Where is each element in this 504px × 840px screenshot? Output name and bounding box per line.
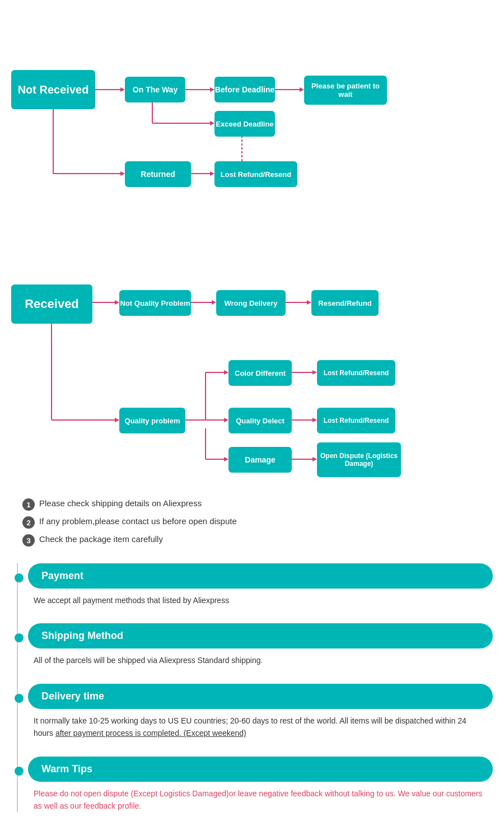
tip-num-2: 2 [22,516,35,529]
fc2-container: Received Not Quality Problem Wrong Deliv… [11,252,493,476]
node-patient: Please be patient to wait [304,76,387,105]
tip-item-2: 2 If any problem,please contact us befor… [22,516,493,529]
tip-text-3: Check the package item carefully [39,534,163,544]
svg-marker-3 [210,87,214,92]
tip-item-1: 1 Please check shipping details on Aliex… [22,498,493,511]
delivery-header: Delivery time [28,684,493,709]
tip-text-1: Please check shipping details on Aliexpr… [39,498,202,508]
svg-marker-27 [224,370,228,375]
node-received: Received [11,284,92,324]
tip-num-1: 1 [22,498,35,511]
payment-header: Payment [28,563,493,589]
node-damage: Damage [228,447,292,473]
node-lost-refund3: Lost Refund/Resend [317,408,395,433]
warm-tips-body: Please do not open dispute (Except Logis… [28,782,493,813]
section-shipping: Shipping Method All of the parcels will … [28,623,493,666]
tip-text-2: If any problem,please contact us before … [39,516,237,526]
flowchart-not-received: Not Received On The Way Before Deadline … [11,28,493,230]
svg-marker-20 [307,300,311,305]
payment-body: We accept all payment methods that liste… [28,589,493,606]
tip-num-3: 3 [22,534,35,547]
shipping-header: Shipping Method [28,623,493,648]
node-color-different: Color Different [228,360,292,386]
svg-marker-37 [312,418,317,422]
svg-marker-13 [210,171,214,176]
node-lost-refund1: Lost Refund/Resend [214,161,297,187]
section-warm-tips: Warm Tips Please do not open dispute (Ex… [28,757,493,813]
tips-section: 1 Please check shipping details on Aliex… [22,498,493,547]
node-not-received: Not Received [11,70,95,109]
svg-marker-8 [210,121,214,125]
svg-marker-1 [120,87,125,92]
section-payment: Payment We accept all payment methods th… [28,563,493,606]
warm-tips-header: Warm Tips [28,757,493,782]
node-quality-defect: Quality Delect [228,408,292,433]
shipping-body: All of the parcels will be shipped via A… [28,648,493,666]
fc1-container: Not Received On The Way Before Deadline … [11,34,493,224]
tip-item-3: 3 Check the package item carefully [22,534,493,547]
flowchart-received: Received Not Quality Problem Wrong Deliv… [11,246,493,482]
info-wrapper: Payment We accept all payment methods th… [11,563,493,812]
node-on-the-way: On The Way [125,77,185,102]
svg-marker-18 [212,300,216,305]
svg-marker-35 [312,370,317,375]
node-open-dispute: Open Dispute (Logistics Damage) [317,442,401,477]
node-exceed-deadline: Exceed Deadline [214,111,275,137]
node-lost-refund2: Lost Refund/Resend [317,360,395,386]
node-quality-problem: Quality problem [119,408,185,433]
svg-marker-23 [115,418,119,422]
node-wrong-delivery: Wrong Delivery [216,290,286,316]
node-returned: Returned [125,161,191,187]
node-resend-refund: Resend/Refund [311,290,379,316]
svg-marker-16 [115,300,119,305]
node-before-deadline: Before Deadline [214,77,275,102]
svg-marker-39 [312,457,317,461]
svg-marker-33 [224,457,228,461]
delivery-text-underline: after payment process is completed. (Exc… [55,729,246,738]
node-not-quality: Not Quality Problem [119,290,191,316]
section-delivery: Delivery time It normally take 10-25 wor… [28,684,493,740]
svg-marker-11 [120,171,125,176]
delivery-body: It normally take 10-25 working days to U… [28,709,493,740]
svg-marker-5 [300,87,304,92]
svg-marker-30 [224,418,228,422]
